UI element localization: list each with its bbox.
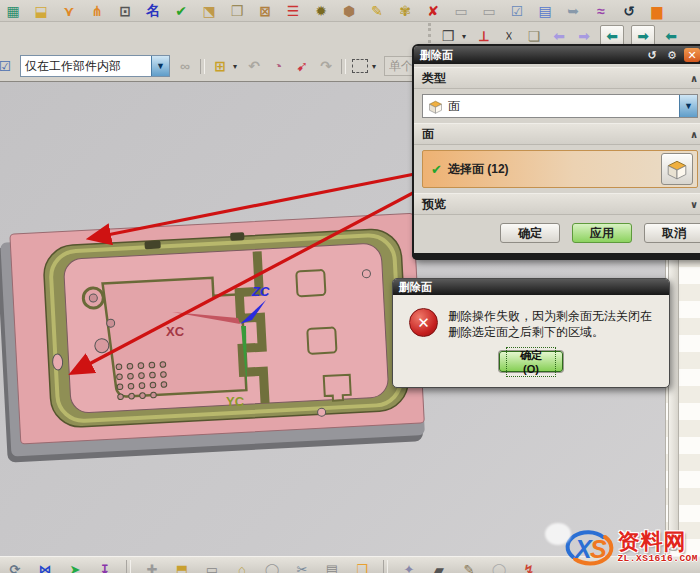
preview-section-header[interactable]: 预览 ∨ bbox=[414, 193, 700, 215]
folder-open-icon[interactable]: ⬔ bbox=[200, 2, 218, 20]
palette-icon[interactable]: ✾ bbox=[396, 2, 414, 20]
wave-purple-icon[interactable]: ≈ bbox=[592, 2, 610, 20]
down-purple-icon[interactable]: ↧ bbox=[96, 560, 114, 573]
error-dialog-titlebar[interactable]: 删除面 bbox=[393, 279, 669, 295]
refresh-icon[interactable]: ⟳ bbox=[6, 560, 24, 573]
checkbox-window-icon[interactable]: ☑ bbox=[508, 2, 526, 20]
cube-brown-icon[interactable]: ⬢ bbox=[340, 2, 358, 20]
type-dropdown-caret-icon[interactable]: ▼ bbox=[679, 95, 697, 117]
back-teal-arrow-cut-icon[interactable]: ⬅ bbox=[662, 27, 680, 45]
plus-gray-icon[interactable]: ✚ bbox=[143, 560, 161, 573]
chevron-down-icon[interactable]: ∨ bbox=[690, 199, 698, 210]
error-dialog-title: 删除面 bbox=[399, 280, 432, 295]
copy-stack-icon[interactable]: ❏ bbox=[525, 27, 543, 45]
window-gray2-icon[interactable]: ▭ bbox=[480, 2, 498, 20]
circle2-icon[interactable]: ◯ bbox=[490, 560, 508, 573]
selection-bar-right: ∞⊞▾↶◔➹↷ bbox=[176, 57, 346, 75]
back-purple-arrow-icon[interactable]: ⬅ bbox=[550, 27, 568, 45]
open-tray-icon[interactable]: ⬓ bbox=[32, 2, 50, 20]
select-face-label: 选择面 (12) bbox=[448, 161, 509, 178]
work-section-check-icon[interactable]: ☑ bbox=[0, 57, 14, 75]
star-icon[interactable]: ✦ bbox=[400, 560, 418, 573]
burst-icon[interactable]: ✹ bbox=[312, 2, 330, 20]
face-cube-icon bbox=[428, 99, 443, 114]
doc-arrow-icon[interactable]: ➥ bbox=[564, 2, 582, 20]
undo-dark-icon[interactable]: ↺ bbox=[620, 2, 638, 20]
filter-icon[interactable]: ⋎ bbox=[60, 2, 78, 20]
separator bbox=[341, 59, 346, 74]
chevron-up-icon[interactable]: ∧ bbox=[690, 73, 698, 84]
error-dialog-body: ✕ 删除操作失败，因为剩余面无法关闭在删除选定面之后剩下的区域。 确定(O) bbox=[393, 295, 669, 385]
chevron-up-icon[interactable]: ∧ bbox=[690, 129, 698, 140]
type-dropdown[interactable]: 面 ▼ bbox=[422, 94, 698, 118]
clip-icon[interactable]: ✂ bbox=[293, 560, 311, 573]
find-binoculars-icon[interactable]: ∞ bbox=[176, 57, 194, 75]
dialog-buttons: 确定 应用 取消 bbox=[500, 223, 698, 243]
selection-scope-dropdown[interactable]: 仅在工作部件内部 ▼ bbox=[20, 55, 170, 77]
marquee-select-icon[interactable] bbox=[352, 59, 368, 73]
selection-scope-caret-icon[interactable]: ▼ bbox=[151, 56, 169, 76]
axis-zc-label-svg: ZC bbox=[251, 284, 270, 299]
window-box-icon[interactable]: ❒ bbox=[228, 2, 246, 20]
close-red-icon[interactable]: ✘ bbox=[424, 2, 442, 20]
lock-icon[interactable]: ⊠ bbox=[256, 2, 274, 20]
layout-blue-icon[interactable]: ▤ bbox=[536, 2, 554, 20]
cube-icon bbox=[666, 158, 688, 180]
point-arrow-icon[interactable]: ➹ bbox=[293, 57, 311, 75]
check-icon[interactable]: ✔ bbox=[172, 2, 190, 20]
box-orange-icon[interactable]: ❒ bbox=[353, 560, 371, 573]
circle-icon[interactable]: ◯ bbox=[263, 560, 281, 573]
gear-icon[interactable]: ⚙ bbox=[664, 48, 680, 62]
select-face-row[interactable]: ✔ 选择面 (12) bbox=[422, 150, 698, 188]
ok-button[interactable]: 确定 bbox=[500, 223, 560, 243]
window-gray-icon[interactable]: ▭ bbox=[452, 2, 470, 20]
dialog-title: 删除面 bbox=[420, 48, 453, 63]
error-message: 删除操作失败，因为剩余面无法关闭在删除选定面之后剩下的区域。 bbox=[448, 308, 662, 340]
filter-plus-icon[interactable]: ⊞ bbox=[211, 57, 229, 75]
window-icon[interactable]: ▭ bbox=[203, 560, 221, 573]
close-icon[interactable]: ✕ bbox=[684, 48, 700, 62]
type-dropdown-value: 面 bbox=[448, 98, 460, 115]
axis-yc-label-svg: YC bbox=[226, 394, 245, 409]
new-part-icon[interactable]: ▦ bbox=[4, 2, 22, 20]
badge-dark-icon[interactable]: ▰ bbox=[430, 560, 448, 573]
type-section-header[interactable]: 类型 ∧ bbox=[414, 67, 700, 89]
list-red-icon[interactable]: ☰ bbox=[284, 2, 302, 20]
undo-disabled-icon[interactable]: ↶ bbox=[245, 57, 263, 75]
select-face-cube-button[interactable] bbox=[661, 153, 693, 185]
filter-boxed-icon[interactable]: ⊡ bbox=[116, 2, 134, 20]
sheet-icon[interactable]: ▤ bbox=[323, 560, 341, 573]
pencil-yellow-icon[interactable]: ✎ bbox=[368, 2, 386, 20]
main-toolbar: ▦⬓⋎⋔⊡名✔⬔❒⊠☰✹⬢✎✾✘▭▭☑▤➥≈↺▆ bbox=[0, 0, 700, 22]
face-section-header[interactable]: 面 ∧ bbox=[414, 123, 700, 145]
selection-bar-left: ☑ bbox=[0, 57, 14, 75]
separator bbox=[383, 560, 388, 573]
dropdown-caret-icon[interactable]: ▾ bbox=[231, 57, 239, 75]
wcs-icon[interactable]: ⟂ bbox=[475, 27, 493, 45]
rotate-disabled-icon[interactable]: ↷ bbox=[317, 57, 335, 75]
home-olive-icon[interactable]: ⌂ bbox=[233, 560, 251, 573]
watermark-site-name: 资料网 bbox=[617, 531, 686, 553]
error-dialog: 删除面 ✕ 删除操作失败，因为剩余面无法关闭在删除选定面之后剩下的区域。 确定(… bbox=[392, 278, 670, 388]
reset-icon[interactable]: ↺ bbox=[644, 48, 660, 62]
filter-double-icon[interactable]: ⋔ bbox=[88, 2, 106, 20]
delete-face-dialog-titlebar[interactable]: 删除面 ↺ ⚙ ✕ bbox=[414, 46, 700, 64]
selection-scope-value: 仅在工作部件内部 bbox=[21, 58, 125, 75]
snap-sphere-icon[interactable]: ◔ bbox=[269, 57, 287, 75]
arrow-red-icon[interactable]: ↯ bbox=[520, 560, 538, 573]
name-tag-icon[interactable]: 名 bbox=[144, 2, 162, 20]
window-door-icon[interactable]: ❒ bbox=[439, 27, 457, 45]
marquee-caret-icon[interactable]: ▾ bbox=[370, 57, 378, 75]
tray-yellow-icon[interactable]: ⬒ bbox=[173, 560, 191, 573]
separator bbox=[126, 560, 131, 573]
cam-orange-icon[interactable]: ▆ bbox=[648, 2, 666, 20]
error-ok-button[interactable]: 确定(O) bbox=[499, 351, 563, 372]
cancel-button[interactable]: 取消 bbox=[644, 223, 700, 243]
apply-button[interactable]: 应用 bbox=[572, 223, 632, 243]
x-datum-icon[interactable]: ☓ bbox=[500, 27, 518, 45]
bowtie-blue-icon[interactable]: ⋈ bbox=[36, 560, 54, 573]
forward-purple-arrow-icon[interactable]: ➡ bbox=[575, 27, 593, 45]
pencil-icon[interactable]: ✎ bbox=[460, 560, 478, 573]
play-green-icon[interactable]: ➤ bbox=[66, 560, 84, 573]
dropdown-caret-icon[interactable]: ▾ bbox=[460, 27, 468, 45]
